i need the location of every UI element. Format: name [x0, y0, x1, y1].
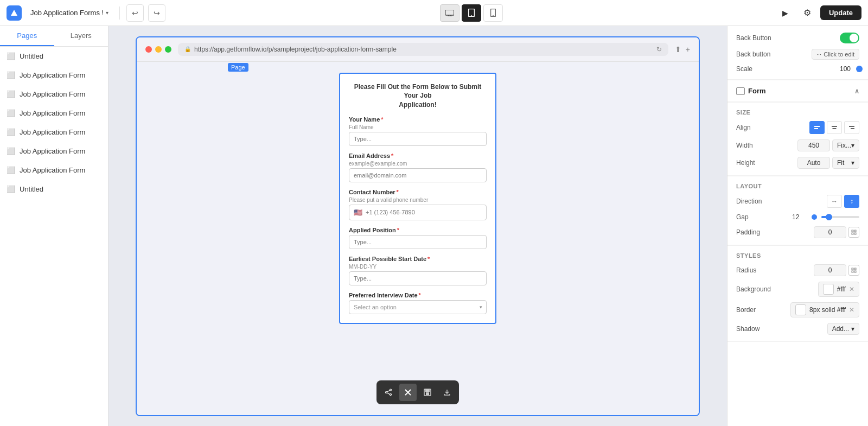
- input-email[interactable]: [349, 168, 487, 182]
- list-item[interactable]: ⬜ Job Application Form ⋯: [0, 85, 108, 104]
- svg-point-10: [390, 393, 392, 395]
- x-button[interactable]: [399, 384, 417, 401]
- radius-expand-button[interactable]: [848, 265, 859, 276]
- height-input[interactable]: Auto: [797, 157, 830, 169]
- list-item[interactable]: ⬜ Job Application Form ⋯: [0, 123, 108, 142]
- sidebar-item-label: Job Application Form: [20, 90, 88, 98]
- desktop-device-button[interactable]: [440, 4, 459, 22]
- field-label-position: Applied Position*: [349, 227, 487, 233]
- background-color-picker[interactable]: #fff ✕: [818, 282, 859, 297]
- background-value: #fff: [837, 285, 846, 293]
- field-interview-date: Preferred Interview Date* Select an opti…: [349, 292, 487, 314]
- size-section: Size Align Width 450: [727, 103, 868, 176]
- direction-horizontal-button[interactable]: ↔: [827, 195, 842, 208]
- width-input[interactable]: 450: [797, 139, 830, 151]
- list-item[interactable]: ⬜ Job Application Form ⋯: [0, 66, 108, 85]
- radius-input[interactable]: 0: [814, 264, 846, 276]
- sidebar-item-label: Untitled: [20, 185, 88, 193]
- list-item[interactable]: ⬜ Job Application Form ⋯: [0, 161, 108, 180]
- svg-rect-29: [852, 268, 853, 270]
- align-row: Align: [736, 121, 859, 134]
- svg-line-12: [387, 390, 390, 392]
- field-start-date: Earliest Possible Start Date* MM-DD-YY: [349, 256, 487, 285]
- device-switcher: [170, 4, 773, 22]
- layout-section: Layout Direction ↔ ↕ Gap 12: [727, 176, 868, 245]
- gap-slider-thumb[interactable]: [826, 214, 832, 220]
- border-value: 8px solid #fff: [809, 306, 846, 314]
- url-bar[interactable]: 🔒 https://app.getformflow.io/p/samplepro…: [178, 43, 668, 56]
- shadow-chevron-icon: ▾: [851, 325, 854, 333]
- tab-layers[interactable]: Layers: [54, 26, 108, 46]
- height-controls: Auto Fit ▾: [797, 157, 859, 169]
- url-text: https://app.getformflow.io/p/sampleproje…: [194, 46, 397, 53]
- add-tab-button[interactable]: +: [686, 45, 690, 54]
- back-button-row: Back Button: [736, 33, 859, 43]
- sidebar-tabs: Pages Layers: [0, 26, 108, 47]
- bottom-toolbar: [376, 380, 459, 404]
- list-item[interactable]: ⬜ Untitled ⋯: [0, 47, 108, 66]
- settings-button[interactable]: ⚙: [799, 4, 816, 22]
- export-button[interactable]: [438, 384, 456, 401]
- input-your-name[interactable]: [349, 132, 487, 146]
- input-position[interactable]: [349, 235, 487, 249]
- browser-bar: 🔒 https://app.getformflow.io/p/samplepro…: [137, 37, 699, 62]
- field-label-email: Email Address*: [349, 152, 487, 159]
- shadow-dropdown[interactable]: Add... ▾: [827, 323, 859, 335]
- align-left-button[interactable]: [809, 121, 825, 134]
- gap-slider[interactable]: [821, 216, 859, 218]
- scale-slider-thumb[interactable]: [856, 66, 863, 72]
- background-row: Background #fff ✕: [736, 282, 859, 297]
- svg-rect-17: [425, 389, 430, 392]
- shadow-add-text: Add...: [832, 325, 849, 333]
- back-button-toggle[interactable]: [840, 33, 859, 43]
- border-clear-icon[interactable]: ✕: [849, 306, 854, 314]
- svg-rect-27: [852, 233, 853, 234]
- save-button[interactable]: [419, 384, 436, 401]
- tablet-device-button[interactable]: [462, 4, 481, 22]
- direction-vertical-button[interactable]: ↕: [844, 195, 859, 208]
- direction-row: Direction ↔ ↕: [736, 195, 859, 208]
- collapse-button[interactable]: ∧: [854, 87, 859, 95]
- update-button[interactable]: Update: [820, 5, 861, 20]
- canvas-area: Page 🔒 https://app.getformflow.io/p/samp…: [108, 26, 727, 426]
- padding-label: Padding: [736, 228, 760, 236]
- share-browser-button[interactable]: ⬆: [675, 45, 681, 54]
- align-center-button[interactable]: [827, 121, 842, 134]
- click-to-edit-button[interactable]: ··· Click to edit: [812, 49, 859, 60]
- align-right-button[interactable]: [844, 121, 859, 134]
- undo-button[interactable]: ↩: [126, 4, 144, 22]
- border-label: Border: [736, 306, 756, 314]
- tab-pages[interactable]: Pages: [0, 26, 54, 46]
- width-unit-dropdown[interactable]: Fix... ▾: [832, 139, 859, 151]
- gap-row: Gap 12: [736, 213, 859, 221]
- height-unit-dropdown[interactable]: Fit ▾: [832, 157, 859, 169]
- radius-row: Radius 0: [736, 264, 859, 276]
- gap-value: 12: [792, 213, 807, 221]
- share-button[interactable]: [380, 384, 397, 401]
- mobile-device-button[interactable]: [483, 4, 503, 22]
- background-clear-icon[interactable]: ✕: [849, 285, 854, 293]
- input-start-date[interactable]: [349, 271, 487, 285]
- scale-row: Scale 100: [736, 65, 859, 73]
- list-item[interactable]: ⬜ Untitled ⋯: [0, 180, 108, 199]
- select-interview-date[interactable]: Select an option: [349, 300, 487, 314]
- input-phone[interactable]: [366, 209, 482, 215]
- svg-point-11: [386, 391, 387, 393]
- border-color-picker[interactable]: 8px solid #fff ✕: [790, 302, 859, 317]
- list-item[interactable]: ⬜ Job Application Form ⋯: [0, 104, 108, 123]
- border-row: Border 8px solid #fff ✕: [736, 302, 859, 317]
- background-swatch: [823, 284, 834, 295]
- padding-expand-button[interactable]: [848, 227, 859, 238]
- redo-button[interactable]: ↪: [148, 4, 165, 22]
- page-icon: ⬜: [7, 185, 15, 193]
- background-label: Background: [736, 285, 771, 293]
- field-label-start-date: Earliest Possible Start Date*: [349, 256, 487, 262]
- list-item[interactable]: ⬜ Job Application Form ⋯: [0, 142, 108, 161]
- divider: [119, 7, 120, 20]
- right-panel: Back Button Back button ··· Click to edi…: [727, 26, 868, 426]
- preview-button[interactable]: ▶: [777, 4, 794, 22]
- svg-line-13: [387, 392, 390, 394]
- padding-input[interactable]: 0: [814, 226, 846, 238]
- page-label: Page: [228, 63, 248, 72]
- project-title[interactable]: Job Application Forms ! ▾: [26, 7, 113, 19]
